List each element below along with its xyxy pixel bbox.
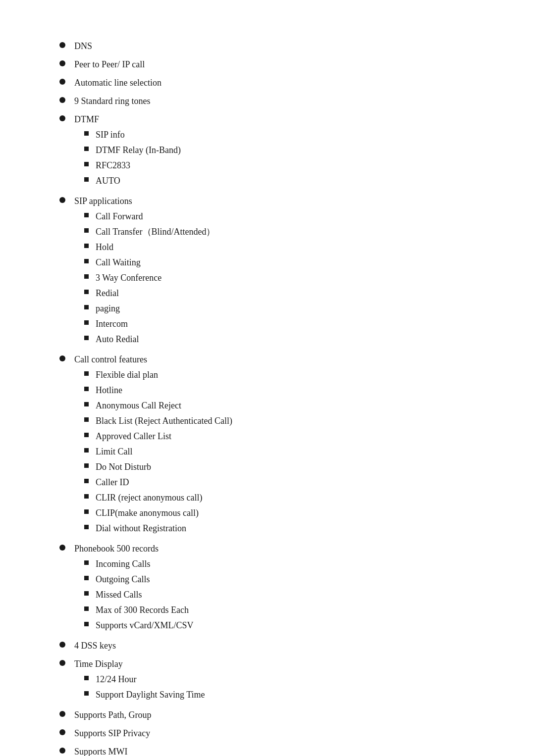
sub-list-item-label: Call Waiting [96,256,141,269]
sub-list-call-control: Flexible dial planHotlineAnonymous Call … [84,368,476,535]
sub-list-item: SIP info [84,128,476,142]
sub-list-item-label: Hold [96,241,113,254]
sub-list-item-label: Redial [96,287,119,300]
bullet-square-icon [84,622,89,626]
sub-list-item-label: Caller ID [96,476,129,489]
bullet-square-icon [84,591,89,596]
bullet-dot-icon [59,115,65,121]
bullet-square-icon [84,147,89,151]
bullet-dot-icon [59,197,65,203]
sub-list-item: Hotline [84,384,476,397]
main-list-item-label: Automatic line selection [74,78,161,88]
sub-list-item-label: CLIR (reject anonymous call) [96,491,202,504]
sub-list-item-label: DTMF Relay (In-Band) [96,144,181,157]
main-list-item-label: 9 Standard ring tones [74,96,150,106]
sub-list-item-label: Incoming Calls [96,557,151,571]
sub-list-item: Approved Caller List [84,430,476,443]
sub-list-item-label: Flexible dial plan [96,368,158,382]
sub-list-item: CLIP(make anonymous call) [84,506,476,520]
sub-list-item-label: 3 Way Conference [96,271,161,285]
bullet-square-icon [84,371,89,376]
sub-list-item: Flexible dial plan [84,368,476,382]
bullet-dot-icon [59,355,65,361]
bullet-square-icon [84,417,89,422]
sub-list-item: Auto Redial [84,333,476,346]
main-feature-list: DNSPeer to Peer/ IP callAutomatic line s… [59,40,476,756]
sub-list-item: CLIR (reject anonymous call) [84,491,476,504]
main-list-item-dtmf: DTMFSIP infoDTMF Relay (In-Band)RFC2833A… [59,113,476,190]
sub-list-item-label: RFC2833 [96,159,130,172]
main-list-item-label: Phonebook 500 records [74,544,159,554]
sub-list-dtmf: SIP infoDTMF Relay (In-Band)RFC2833AUTO [84,128,476,188]
sub-list-item: Missed Calls [84,588,476,602]
sub-list-item: Outgoing Calls [84,573,476,586]
bullet-square-icon [84,228,89,233]
main-list-item-phonebook: Phonebook 500 recordsIncoming CallsOutgo… [59,542,476,634]
sub-list-item: Supports vCard/XML/CSV [84,619,476,632]
main-list-item-label: DTMF [74,114,99,124]
sub-list-item-label: Dial without Registration [96,522,186,535]
main-list-item-peer-to-peer: Peer to Peer/ IP call [59,58,476,71]
main-list-item-dns: DNS [59,40,476,53]
sub-list-item-label: AUTO [96,174,120,188]
bullet-square-icon [84,560,89,565]
bullet-square-icon [84,463,89,468]
sub-list-time-display: 12/24 HourSupport Daylight Saving Time [84,673,476,702]
sub-list-item-label: Black List (Reject Authenticated Call) [96,414,232,428]
sub-list-item-label: Limit Call [96,445,133,458]
bullet-dot-icon [59,748,65,754]
sub-list-sip-applications: Call ForwardCall Transfer（Blind/Attended… [84,210,476,346]
main-list-item-label: SIP applications [74,196,132,206]
main-list-item-label: 4 DSS keys [74,641,116,651]
bullet-square-icon [84,402,89,406]
bullet-square-icon [84,525,89,529]
sub-list-item: Call Forward [84,210,476,223]
sub-list-item-label: Max of 300 Records Each [96,604,189,617]
main-list-item-label: Supports MWI [74,747,128,756]
bullet-square-icon [84,336,89,340]
sub-list-item-label: Outgoing Calls [96,573,150,586]
sub-list-item: Anonymous Call Reject [84,399,476,412]
bullet-dot-icon [59,60,65,66]
main-list-item-mwi: Supports MWI [59,745,476,756]
sub-list-item-label: paging [96,302,120,315]
bullet-square-icon [84,433,89,437]
main-list-item-time-display: Time Display12/24 HourSupport Daylight S… [59,657,476,704]
bullet-square-icon [84,494,89,499]
sub-list-item: Hold [84,241,476,254]
sub-list-item-label: Call Forward [96,210,143,223]
main-list-item-label: DNS [74,41,92,51]
bullet-square-icon [84,448,89,453]
bullet-dot-icon [59,729,65,735]
main-list-item-label: Peer to Peer/ IP call [74,59,145,69]
bullet-square-icon [84,676,89,680]
sub-list-phonebook: Incoming CallsOutgoing CallsMissed Calls… [84,557,476,632]
sub-list-item: Dial without Registration [84,522,476,535]
bullet-square-icon [84,131,89,136]
sub-list-item: 12/24 Hour [84,673,476,686]
sub-list-item-label: Call Transfer（Blind/Attended） [96,225,215,239]
sub-list-item-label: CLIP(make anonymous call) [96,506,199,520]
main-list-item-call-control: Call control featuresFlexible dial planH… [59,353,476,537]
sub-list-item-label: Hotline [96,384,122,397]
sub-list-item: Call Waiting [84,256,476,269]
bullet-square-icon [84,576,89,580]
sub-list-item: DTMF Relay (In-Band) [84,144,476,157]
sub-list-item: RFC2833 [84,159,476,172]
bullet-square-icon [84,479,89,483]
sub-list-item: Redial [84,287,476,300]
bullet-square-icon [84,320,89,325]
bullet-dot-icon [59,42,65,48]
sub-list-item: Black List (Reject Authenticated Call) [84,414,476,428]
bullet-square-icon [84,259,89,263]
sub-list-item: Incoming Calls [84,557,476,571]
bullet-square-icon [84,691,89,696]
bullet-square-icon [84,274,89,279]
main-list-item-ring-tones: 9 Standard ring tones [59,95,476,108]
sub-list-item-label: Missed Calls [96,588,142,602]
sub-list-item-label: Do Not Disturb [96,460,151,474]
sub-list-item: Do Not Disturb [84,460,476,474]
sub-list-item-label: Anonymous Call Reject [96,399,181,412]
sub-list-item: paging [84,302,476,315]
main-list-item-label: Time Display [74,659,123,669]
